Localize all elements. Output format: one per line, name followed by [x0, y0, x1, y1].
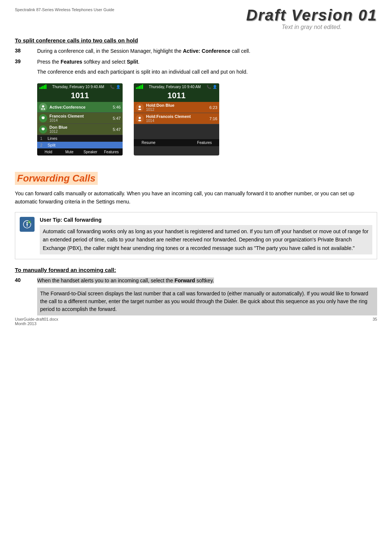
call-row-francois: Francois Clement 1014 5:47 [37, 113, 123, 124]
phone-screen-left: Thursday, February 10 9:40 AM 📞 👤 1011 A… [37, 83, 123, 155]
call-row-active: Active:Conference 5:46 [37, 102, 123, 113]
call-icon-francois [39, 114, 47, 122]
page-footer: UserGuide-draft01.docx Month 2013 35 [15, 317, 377, 326]
draft-badge: Draft Version 01 Text in gray not edited… [246, 7, 377, 31]
profile-icon: 👤 [116, 85, 120, 89]
section1-heading: To split conference calls into two calls… [15, 37, 377, 44]
svg-point-2 [43, 108, 45, 110]
hold-don-num: 1012 [146, 108, 210, 112]
step-39-row: 39 Press the Features softkey and select… [15, 58, 377, 76]
call-info-don: Don Blue 1012 [49, 125, 113, 134]
forwarding-section: Forwarding Calls You can forward calls m… [15, 164, 377, 259]
softkey-mute[interactable]: Mute [62, 150, 77, 154]
signal-bars [39, 84, 46, 89]
softkey-resume[interactable]: Resume [141, 141, 156, 145]
call-icon-active [39, 103, 47, 111]
step-40-num: 40 [15, 277, 37, 283]
francois-name: Francois Clement [49, 114, 113, 118]
phone-screen-right: Thursday, February 10 9:40 AM 📞 👤 1011 H… [134, 83, 219, 155]
forwarding-intro: You can forward calls manually or automa… [15, 189, 377, 206]
softkey-features-right[interactable]: Features [197, 141, 212, 145]
phone-right-date: Thursday, February 10 9:40 AM [149, 85, 201, 89]
phone-icon-right: 📞 [207, 85, 211, 89]
phone-right-icons: 📞 👤 [207, 85, 217, 89]
svg-point-5 [139, 117, 141, 119]
tip-content: User Tip: Call forwarding Automatic call… [40, 217, 372, 254]
footer-left: UserGuide-draft01.docx Month 2013 [15, 317, 58, 326]
step-40-row: 40 When the handset alerts you to an inc… [15, 277, 377, 315]
active-conference-label: Active:Conference [49, 105, 113, 109]
svg-point-0 [42, 105, 44, 108]
softkey-hold[interactable]: Hold [41, 150, 56, 154]
call-info-hold-don: Hold:Don Blue 1012 [146, 103, 210, 112]
call-icon-don [39, 125, 47, 134]
svg-point-1 [41, 108, 43, 110]
hold-don-time: 6:23 [210, 105, 217, 110]
phone-left-statusbar: Thursday, February 10 9:40 AM 📞 👤 [37, 83, 123, 90]
hold-francois-num: 1014 [146, 119, 210, 123]
menu-item-lines: 1 Lines [37, 135, 123, 142]
phone-right-spacer [134, 124, 219, 139]
call-icon-hold-francois [136, 115, 144, 123]
svg-text:+: + [29, 221, 30, 224]
don-time: 5:47 [113, 127, 121, 132]
step-38-row: 38 During a conference call, in the Sess… [15, 47, 377, 55]
svg-point-4 [138, 109, 141, 110]
softkey-features-left[interactable]: Features [104, 150, 119, 154]
phone-left-menu: 1 Lines 2 Split [37, 135, 123, 148]
hold-don-label: Hold:Don Blue [146, 103, 210, 108]
step-39-num: 39 [15, 58, 37, 64]
tip-body: Automatic call forwarding works only as … [40, 225, 372, 254]
step-40-note: The Forward-to-Dial screen displays the … [37, 288, 377, 315]
forwarding-heading: Forwarding Calls [15, 172, 98, 185]
bars-icon-right [136, 84, 143, 89]
call-row-hold-francois: Hold:Francois Clement 1014 7:16 [134, 113, 219, 124]
step-39-content: Press the Features softkey and select Sp… [37, 58, 377, 76]
phone-right-softkeys: Resume Features [134, 139, 219, 146]
call-info-hold-francois: Hold:Francois Clement 1014 [146, 114, 210, 123]
phone-left-date: Thursday, February 10 9:40 AM [52, 85, 104, 89]
draft-title: Draft Version 01 [246, 7, 377, 23]
svg-point-6 [138, 120, 141, 121]
softkey-empty [169, 141, 184, 145]
phone-right-statusbar: Thursday, February 10 9:40 AM 📞 👤 [134, 83, 219, 90]
footer-page-number: 35 [373, 317, 377, 326]
call-info-francois: Francois Clement 1014 [49, 114, 113, 122]
phone-right-number: 1011 [134, 90, 219, 102]
guide-title: Spectralink 87-Series Wireless Telephone… [15, 7, 114, 12]
francois-time: 5:47 [113, 116, 121, 121]
step-39-note: The conference ends and each participant… [37, 68, 377, 76]
call-row-don: Don Blue 1012 5:47 [37, 124, 123, 135]
signal-bars-right [136, 84, 143, 89]
section2-heading: To manually forward an incoming call: [15, 267, 377, 273]
bars-icon [39, 84, 46, 89]
don-num: 1012 [49, 129, 113, 134]
hold-francois-time: 7:16 [210, 116, 217, 121]
step-38-content: During a conference call, in the Session… [37, 47, 377, 55]
svg-point-3 [139, 106, 141, 108]
page-header: Spectralink 87-Series Wireless Telephone… [15, 7, 377, 31]
phone-left-softkeys: Hold Mute Speaker Features [37, 148, 123, 155]
call-row-hold-don: Hold:Don Blue 1012 6:23 [134, 102, 219, 113]
phone-left-number: 1011 [37, 90, 123, 102]
phone-left-icons: 📞 👤 [110, 85, 120, 89]
screenshots-row: Thursday, February 10 9:40 AM 📞 👤 1011 A… [37, 83, 377, 155]
softkey-speaker[interactable]: Speaker [83, 150, 98, 154]
tip-title: User Tip: Call forwarding [40, 217, 372, 223]
step-40-content: When the handset alerts you to an incomi… [37, 277, 377, 315]
active-call-time: 5:46 [113, 105, 121, 109]
step-40-text-container: When the handset alerts you to an incomi… [37, 278, 214, 283]
don-name: Don Blue [49, 125, 113, 129]
tip-box: + User Tip: Call forwarding Automatic ca… [15, 212, 377, 259]
section2: To manually forward an incoming call: 40… [15, 267, 377, 315]
call-info-active: Active:Conference [49, 105, 113, 109]
call-icon-hold-don [136, 103, 144, 112]
footer-date: Month 2013 [15, 321, 58, 326]
tip-icon: + [20, 217, 35, 232]
francois-num: 1014 [49, 118, 113, 122]
phone-icon: 📞 [110, 85, 114, 89]
profile-icon-right: 👤 [213, 85, 217, 89]
svg-point-8 [26, 222, 28, 224]
hold-francois-label: Hold:Francois Clement [146, 114, 210, 119]
step-38-num: 38 [15, 47, 37, 54]
